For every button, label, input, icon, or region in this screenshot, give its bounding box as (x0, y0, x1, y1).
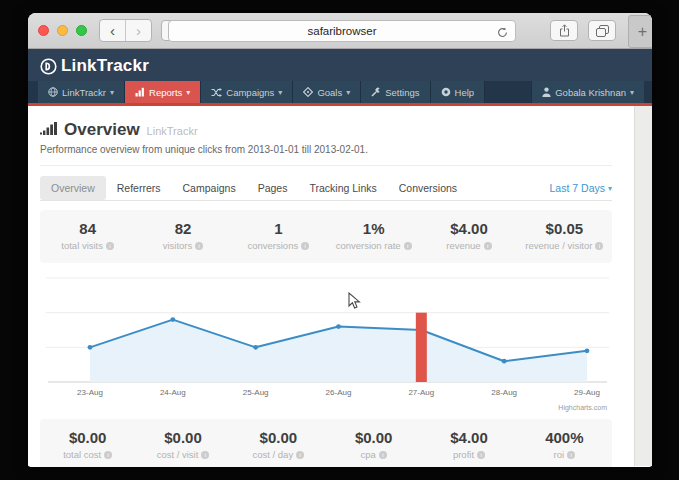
nav-item-label: Goals (317, 87, 342, 98)
nav-item-campaigns[interactable]: Campaigns ▾ (201, 81, 293, 103)
reload-button[interactable] (494, 24, 510, 40)
stat-label: total visits (61, 240, 103, 251)
stat-conversions: 1 conversionsi (231, 220, 326, 251)
stat-cost-day: $0.00 cost / dayi (231, 429, 326, 460)
tab-pages[interactable]: Pages (247, 176, 299, 200)
info-icon[interactable]: i (477, 451, 485, 459)
stat-revenue-visitor: $0.05 revenue / visitori (517, 220, 612, 251)
stat-profit: $4.00 profiti (421, 429, 516, 460)
stat-value: $0.00 (40, 429, 135, 446)
date-range-label: Last 7 Days (550, 182, 605, 194)
page-title-suffix: LinkTrackr (147, 125, 198, 137)
nav-item-label: LinkTrackr (62, 87, 106, 98)
report-tabs: Overview Referrers Campaigns Pages Track… (40, 176, 612, 201)
page-title: Overview LinkTrackr (40, 120, 612, 140)
nav-item-reports[interactable]: Reports ▾ (125, 81, 201, 103)
chevron-down-icon: ▾ (110, 88, 114, 97)
tab-referrers[interactable]: Referrers (106, 176, 172, 200)
stat-visitors: 82 visitorsi (135, 220, 230, 251)
nav-item-help[interactable]: Help (431, 81, 486, 103)
stat-value: $4.00 (421, 220, 516, 237)
stat-total-visits: 84 total visitsi (40, 220, 135, 251)
stat-value: $4.00 (421, 429, 516, 446)
visits-chart: 23-Aug24-Aug25-Aug26-Aug27-Aug28-Aug29-A… (40, 268, 612, 414)
svg-text:27-Aug: 27-Aug (408, 388, 434, 397)
browser-toolbar: ‹ › safaribrowser + (28, 13, 652, 49)
chevron-down-icon: ▾ (630, 88, 634, 97)
stat-value: $0.00 (326, 429, 421, 446)
info-icon[interactable]: i (567, 451, 575, 459)
stat-value: $0.00 (135, 429, 230, 446)
site-header: LinkTrackr (28, 49, 652, 81)
nav-item-label: Help (455, 87, 475, 98)
stat-roi: 400% roii (517, 429, 612, 460)
linktrackr-logo-icon (40, 58, 57, 75)
stat-value: 82 (135, 220, 230, 237)
info-icon[interactable]: i (106, 242, 114, 250)
info-icon[interactable]: i (296, 451, 304, 459)
close-window-button[interactable] (38, 25, 49, 36)
chevron-down-icon: ▾ (346, 88, 350, 97)
info-icon[interactable]: i (379, 451, 387, 459)
zoom-window-button[interactable] (76, 25, 87, 36)
chevron-down-icon: ▾ (278, 88, 282, 97)
tab-conversions[interactable]: Conversions (388, 176, 468, 200)
svg-text:23-Aug: 23-Aug (77, 388, 103, 397)
info-icon[interactable]: i (301, 242, 309, 250)
chevron-right-icon: › (136, 23, 141, 38)
chevron-down-icon: ▾ (608, 184, 612, 193)
svg-text:26-Aug: 26-Aug (326, 388, 352, 397)
tabs-icon (596, 25, 609, 37)
info-icon[interactable]: i (484, 242, 492, 250)
svg-text:Highcharts.com: Highcharts.com (558, 404, 607, 412)
info-icon[interactable]: i (595, 242, 603, 250)
back-button[interactable]: ‹ (100, 20, 125, 41)
nav-item-settings[interactable]: Settings (361, 81, 430, 103)
svg-text:28-Aug: 28-Aug (491, 388, 517, 397)
info-icon[interactable]: i (195, 242, 203, 250)
address-bar[interactable]: safaribrowser (168, 20, 516, 42)
new-tab-button[interactable]: + (628, 15, 652, 48)
tab-campaigns[interactable]: Campaigns (172, 176, 247, 200)
tab-tracking-links[interactable]: Tracking Links (298, 176, 387, 200)
tab-overview[interactable]: Overview (40, 176, 106, 200)
stat-cpa: $0.00 cpai (326, 429, 421, 460)
stat-value: 1 (231, 220, 326, 237)
share-button[interactable] (550, 20, 578, 41)
stat-label: total cost (63, 449, 101, 460)
info-icon[interactable]: i (201, 451, 209, 459)
page-content: Overview LinkTrackr Performance overview… (28, 106, 652, 466)
plus-icon: + (638, 23, 647, 41)
date-range-selector[interactable]: Last 7 Days ▾ (550, 182, 612, 194)
share-icon (559, 24, 570, 37)
svg-text:29-Aug: 29-Aug (574, 388, 600, 397)
stat-cost-visit: $0.00 cost / visiti (135, 429, 230, 460)
nav-item-goals[interactable]: Goals ▾ (293, 81, 361, 103)
page-subtitle: Performance overview from unique clicks … (40, 144, 612, 155)
window-controls (38, 25, 87, 36)
user-icon (542, 87, 551, 97)
nav-item-linktrackr[interactable]: LinkTrackr ▾ (38, 81, 125, 103)
user-menu[interactable]: Gobala Krishnan ▾ (531, 81, 644, 103)
svg-text:25-Aug: 25-Aug (243, 388, 269, 397)
toolbar-right (550, 20, 616, 41)
shuffle-icon (211, 88, 222, 97)
stat-conversion-rate: 1% conversion ratei (326, 220, 421, 251)
tabs-overview-button[interactable] (588, 20, 616, 41)
forward-button[interactable]: › (125, 20, 151, 41)
info-icon[interactable]: i (104, 451, 112, 459)
user-name: Gobala Krishnan (555, 87, 626, 98)
stat-value: 1% (326, 220, 421, 237)
nav-item-label: Settings (385, 87, 419, 98)
stat-total-cost: $0.00 total costi (40, 429, 135, 460)
stat-revenue: $4.00 revenuei (421, 220, 516, 251)
help-icon (441, 87, 451, 97)
info-icon[interactable]: i (404, 242, 412, 250)
goal-icon (303, 87, 313, 97)
vertical-scrollbar[interactable] (634, 106, 652, 466)
stat-label: roi (554, 449, 565, 460)
history-buttons: ‹ › (99, 19, 152, 42)
reload-icon (497, 27, 508, 38)
linktrackr-logo[interactable]: LinkTrackr (40, 56, 149, 76)
minimize-window-button[interactable] (57, 25, 68, 36)
